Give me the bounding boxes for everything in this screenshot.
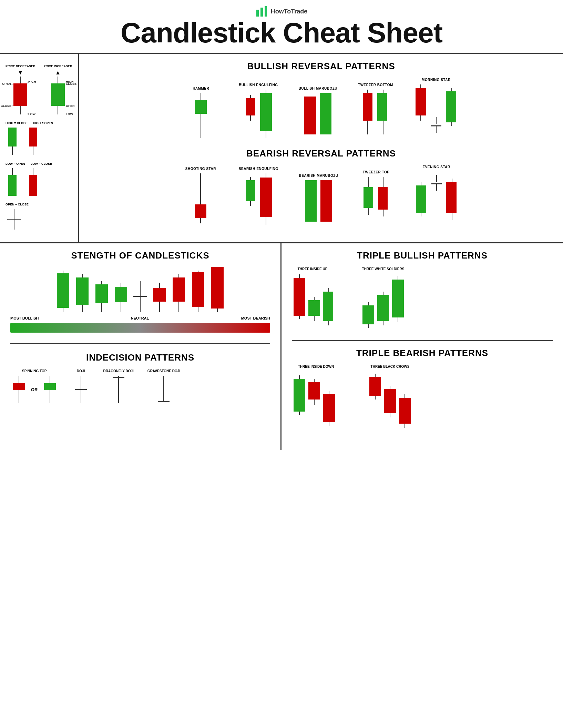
neutral-label: NEUTRAL <box>131 316 149 320</box>
svg-text:OPEN: OPEN <box>2 82 11 85</box>
three-white-soldiers-candle <box>361 274 406 330</box>
three-inside-up-label: THREE INSIDE UP <box>298 267 328 271</box>
three-inside-up-candle <box>292 274 333 330</box>
svg-rect-32 <box>195 100 207 114</box>
triple-bearish-section: TRIPLE BEARISH PATTERNS THREE INSIDE DOW… <box>292 348 553 429</box>
svg-rect-0 <box>256 10 259 17</box>
bearish-marubozu-candle <box>303 180 334 225</box>
low-eq-close-label: LOW = CLOSE <box>31 162 52 165</box>
strength-tall-red <box>191 271 206 312</box>
strength-small-green <box>94 277 109 312</box>
bearish-marubozu-label: BEARISH MARUBOZU <box>299 174 338 178</box>
doji-cross-legend <box>6 209 23 230</box>
bottom-section: STENGTH OF CANDLESTICKS <box>0 243 563 450</box>
three-white-soldiers-group: THREE WHITE SOLDIERS <box>361 267 406 330</box>
bullish-engulfing-pattern: BULLISH ENGULFING <box>239 83 278 138</box>
dragonfly-doji-group: DRAGONFLY DOJI <box>103 369 134 403</box>
most-bullish-label: MOST BULLISH <box>10 316 39 320</box>
svg-rect-21 <box>8 128 17 146</box>
svg-rect-101 <box>173 277 185 302</box>
high-eq-open-candle <box>26 128 40 155</box>
bearish-marubozu-pattern: BEARISH MARUBOZU <box>299 174 338 225</box>
strength-tall-green <box>55 271 71 312</box>
strength-medium-green <box>75 274 90 312</box>
svg-rect-1 <box>260 8 263 17</box>
three-inside-up-group: THREE INSIDE UP <box>292 267 333 330</box>
indecision-title: INDECISION PATTERNS <box>10 352 270 363</box>
logo-text: HowToTrade <box>271 8 308 15</box>
tweezer-bottom-label: TWEEZER BOTTOM <box>358 83 393 87</box>
doji-candle <box>72 376 90 403</box>
bottom-right-panel: TRIPLE BULLISH PATTERNS THREE INSIDE UP <box>282 243 563 450</box>
svg-rect-144 <box>308 382 320 400</box>
svg-rect-4 <box>13 83 27 106</box>
strength-labels: MOST BULLISH NEUTRAL MOST BEARISH <box>10 316 270 320</box>
top-section: PRICE DECREASED ▼ HIGH OPEN CLOSE <box>0 54 563 243</box>
doji-group: DOJI <box>72 369 90 403</box>
down-arrow-icon: ▼ <box>18 70 23 76</box>
high-eq-close-candle <box>6 128 19 155</box>
svg-rect-98 <box>153 288 166 302</box>
svg-rect-123 <box>294 278 305 316</box>
morning-star-label: MORNING STAR <box>422 78 451 82</box>
legend-red-candle: HIGH OPEN CLOSE LOW <box>8 77 32 114</box>
svg-rect-141 <box>294 379 305 412</box>
svg-rect-106 <box>211 267 224 309</box>
svg-rect-153 <box>384 389 396 413</box>
spinning-top-green <box>41 376 59 403</box>
price-decreased-label: PRICE DECREASED <box>6 64 35 68</box>
three-inside-down-label: THREE INSIDE DOWN <box>298 365 334 368</box>
page-title: Candlestick Cheat Sheet <box>0 19 563 50</box>
strength-neutral <box>133 281 148 312</box>
svg-rect-41 <box>320 93 331 134</box>
morning-star-pattern: MORNING STAR <box>414 78 459 138</box>
tweezer-bottom-candle <box>360 90 391 138</box>
header: HowToTrade Candlestick Cheat Sheet <box>0 0 563 54</box>
strength-section: STENGTH OF CANDLESTICKS <box>10 250 270 333</box>
strength-medium-red <box>171 274 186 312</box>
svg-rect-126 <box>308 300 320 316</box>
bullish-engulfing-label: BULLISH ENGULFING <box>239 83 278 87</box>
three-white-soldiers-label: THREE WHITE SOLDIERS <box>362 267 405 271</box>
spinning-top-red <box>10 376 28 403</box>
svg-rect-135 <box>377 295 389 321</box>
strength-small-red <box>152 281 167 312</box>
evening-star-candle <box>414 172 459 225</box>
tweezer-top-pattern: TWEEZER TOP <box>359 170 393 225</box>
triple-bearish-title: TRIPLE BEARISH PATTERNS <box>292 348 553 358</box>
logo-icon <box>256 6 268 17</box>
legend-green-candle: HIGH CLOSE OPEN LOW <box>46 77 70 114</box>
bullish-reversal-title: BULLISH REVERSAL PATTERNS <box>90 61 553 72</box>
three-black-crows-label: THREE BLACK CROWS <box>371 365 410 368</box>
svg-rect-35 <box>246 98 255 115</box>
svg-rect-81 <box>446 182 457 213</box>
svg-rect-156 <box>399 398 411 424</box>
svg-rect-38 <box>260 93 272 131</box>
svg-rect-23 <box>29 128 37 146</box>
gravestone-doji-candle <box>155 376 172 403</box>
svg-rect-15 <box>51 83 65 106</box>
dragonfly-doji-label: DRAGONFLY DOJI <box>103 369 134 373</box>
evening-star-pattern: EVENING STAR <box>414 165 459 225</box>
bullish-marubozu-pattern: BULLISH MARUBOZU <box>299 87 337 138</box>
most-bearish-label: MOST BEARISH <box>241 316 270 320</box>
morning-star-candle <box>414 84 459 138</box>
three-black-crows-candle <box>368 372 412 429</box>
svg-rect-150 <box>369 377 381 396</box>
svg-rect-40 <box>304 97 316 134</box>
svg-rect-84 <box>57 273 69 308</box>
svg-rect-69 <box>364 187 373 208</box>
triple-bullish-title: TRIPLE BULLISH PATTERNS <box>292 250 553 261</box>
three-inside-down-group: THREE INSIDE DOWN <box>292 365 340 429</box>
hammer-candle <box>192 93 209 138</box>
bearish-reversal-section: BEARISH REVERSAL PATTERNS SHOOTING STAR … <box>90 148 553 225</box>
svg-rect-49 <box>416 88 426 115</box>
up-arrow-icon: ▲ <box>55 70 61 76</box>
low-eq-close-candle <box>26 168 40 196</box>
logo-area: HowToTrade <box>0 6 563 17</box>
svg-rect-87 <box>76 277 89 305</box>
low-eq-open-label: LOW = OPEN <box>6 162 25 165</box>
svg-rect-129 <box>323 292 333 321</box>
bullish-reversal-section: BULLISH REVERSAL PATTERNS HAMMER BULLISH… <box>90 61 553 138</box>
tweezer-bottom-pattern: TWEEZER BOTTOM <box>358 83 393 138</box>
